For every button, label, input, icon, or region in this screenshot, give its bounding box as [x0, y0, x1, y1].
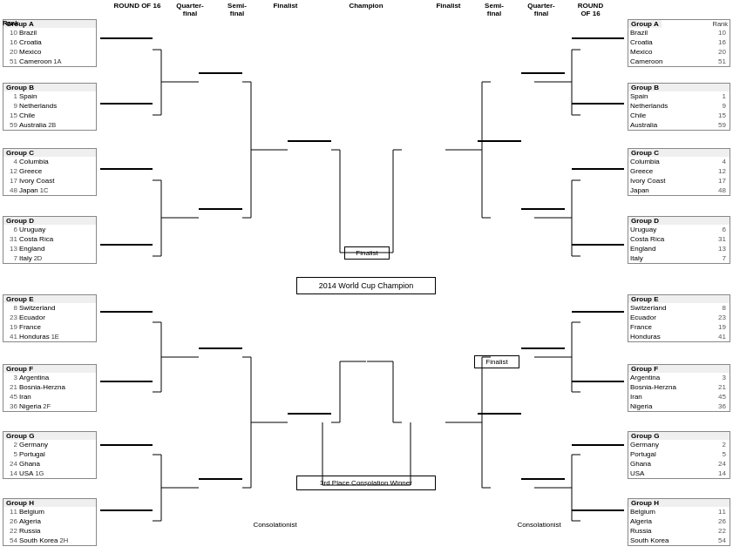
list-item: Chile15	[628, 111, 730, 120]
list-item: France19	[628, 322, 730, 332]
list-item: 7Italy2D	[3, 253, 96, 263]
list-item: Honduras41	[628, 332, 730, 341]
list-item: 41Honduras1E	[3, 332, 96, 341]
third-place-label: 3rd Place Consolation Winner	[320, 479, 412, 487]
r16-left-3	[100, 168, 153, 170]
list-item: 3Argentina	[3, 373, 96, 382]
left-group-g: Group G 2Germany 5Portugal 24Ghana 14USA…	[3, 431, 97, 479]
r16-right-4	[572, 244, 624, 246]
list-item: 45Iran	[3, 392, 96, 401]
qf-left-1	[199, 72, 242, 74]
header-champion: Champion	[309, 2, 423, 10]
left-group-c-title: Group C	[3, 149, 96, 157]
right-group-c-title: Group C	[628, 149, 730, 157]
list-item: Portugal5	[628, 449, 730, 459]
r16-right-2	[572, 103, 624, 105]
list-item: 16Croatia	[3, 37, 96, 47]
list-item: South Korea54	[628, 536, 730, 545]
right-group-e-title: Group E	[628, 295, 730, 303]
list-item: 4Columbia	[3, 157, 96, 166]
finalist-left-box: Finalist	[344, 246, 390, 260]
right-group-b: Group B Spain1 Netherlands9 Chile15 Aust…	[628, 83, 730, 131]
bracket-container: ROUND OF 16 Quarter-final Semi-final Fin…	[0, 0, 733, 549]
left-group-e-title: Group E	[3, 295, 96, 303]
qf-left-4	[199, 478, 242, 480]
list-item: Belgium11	[628, 507, 730, 516]
r16-left-4	[100, 244, 153, 246]
list-item: Columbia4	[628, 157, 730, 166]
champion-label: 2014 World Cup Champion	[319, 281, 413, 290]
sf-right-1	[478, 140, 521, 142]
list-item: 31Costa Rica	[3, 234, 96, 244]
list-item: 12Greece	[3, 166, 96, 176]
list-item: 14USA1G	[3, 469, 96, 478]
r16-right-8	[572, 509, 624, 511]
list-item: Netherlands9	[628, 101, 730, 111]
left-group-h: Group H 11Belgium 26Algeria 22Russia 54S…	[3, 498, 97, 546]
right-group-a-rank-header: Rank	[710, 20, 730, 28]
right-group-d: Group D Uruguay6 Costa Rica31 England13 …	[628, 216, 730, 264]
right-group-h: Group H Belgium11 Algeria26 Russia22 Sou…	[628, 498, 730, 546]
list-item: 9Netherlands	[3, 101, 96, 111]
right-group-f-title: Group F	[628, 365, 730, 373]
list-item: Uruguay6	[628, 225, 730, 234]
right-group-g: Group G Germany2 Portugal5 Ghana24 USA14	[628, 431, 730, 479]
right-group-d-title: Group D	[628, 217, 730, 225]
right-group-a-title: Group A	[628, 20, 662, 28]
list-item: 22Russia	[3, 526, 96, 536]
qf-right-3	[521, 347, 565, 349]
r16-right-7	[572, 444, 624, 446]
sf-left-1	[288, 140, 331, 142]
r16-right-3	[572, 168, 624, 170]
left-group-d: Group D 6Uruguay 31Costa Rica 13England …	[3, 216, 97, 264]
list-item: 59Australia2B	[3, 120, 96, 130]
list-item: 8Switzerland	[3, 303, 96, 313]
left-group-f: Group F 3Argentina 21Bosnia-Herzna 45Ira…	[3, 364, 97, 412]
list-item: 17Ivory Coast	[3, 176, 96, 186]
list-item: Argentina3	[628, 373, 730, 382]
list-item: Bosnia-Herzna21	[628, 382, 730, 392]
header-finalist-left: Finalist	[261, 2, 309, 10]
r16-right-1	[572, 37, 624, 39]
list-item: 15Chile	[3, 111, 96, 120]
sf-right-2	[478, 413, 521, 415]
right-group-g-title: Group G	[628, 432, 730, 440]
list-item: Ghana24	[628, 459, 730, 469]
list-item: 36Nigeria2F	[3, 401, 96, 411]
right-group-b-title: Group B	[628, 84, 730, 91]
bracket-lines	[0, 0, 733, 549]
list-item: 48Japan1C	[3, 186, 96, 195]
qf-left-2	[199, 208, 242, 210]
header-quarter-final-right: Quarter-final	[519, 2, 563, 17]
list-item: 11Belgium	[3, 507, 96, 516]
right-group-c: Group C Columbia4 Greece12 Ivory Coast17…	[628, 148, 730, 196]
list-item: Russia22	[628, 526, 730, 536]
qf-right-1	[521, 72, 565, 74]
list-item: 26Algeria	[3, 516, 96, 526]
list-item: 19France	[3, 322, 96, 332]
list-item: 54South Korea2H	[3, 536, 96, 545]
header-semi-final-right: Semi-final	[472, 2, 516, 17]
list-item: 5Portugal	[3, 449, 96, 459]
header-quarter-final-left: Quarter-final	[168, 2, 212, 17]
right-group-a: Group A Rank Brazil10 Croatia16 Mexico20…	[628, 19, 730, 67]
list-item: Australia59	[628, 120, 730, 130]
third-place-box: 3rd Place Consolation Winner	[296, 476, 436, 490]
consolationist-left: Consolationist	[242, 521, 308, 529]
header-round-of-16-left: ROUND OF 16	[113, 2, 161, 10]
r16-right-5	[572, 311, 624, 313]
list-item: England13	[628, 244, 730, 253]
list-item: 20Mexico	[3, 47, 96, 57]
left-group-f-title: Group F	[3, 365, 96, 373]
header-semi-final-left: Semi-final	[215, 2, 259, 17]
left-rank-header: Rank	[3, 19, 16, 27]
right-group-f: Group F Argentina3 Bosnia-Herzna21 Iran4…	[628, 364, 730, 412]
list-item: Ivory Coast17	[628, 176, 730, 186]
list-item: Switzerland8	[628, 303, 730, 313]
list-item: 1Spain	[3, 91, 96, 101]
right-group-h-title: Group H	[628, 499, 730, 507]
list-item: 24Ghana	[3, 459, 96, 469]
left-group-b: Group B 1Spain 9Netherlands 15Chile 59Au…	[3, 83, 97, 131]
list-item: Costa Rica31	[628, 234, 730, 244]
list-item: Algeria26	[628, 516, 730, 526]
